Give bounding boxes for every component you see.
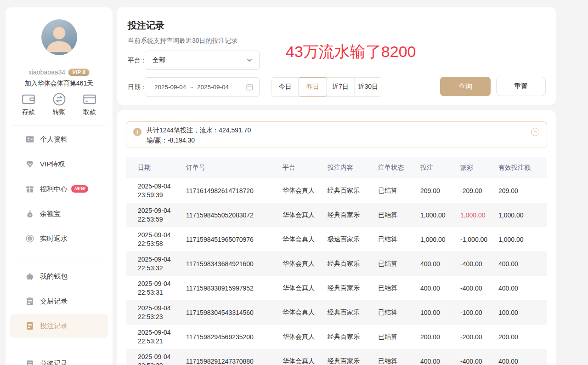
cell-date: 2025-09-0422:53:31 [126, 279, 186, 297]
reset-button[interactable]: 重置 [496, 77, 546, 96]
sidebar-item-rebate[interactable]: $ 实时返水 [6, 226, 113, 251]
cell-valid-bet: 400.00 [498, 358, 547, 365]
cell-order-no: 1171598294569235200 [186, 333, 283, 341]
range-30days-button[interactable]: 近30日 [355, 78, 382, 96]
date-start-value: 2025-09-04 [154, 84, 186, 91]
deposit-button[interactable]: 存款 [15, 92, 42, 116]
svg-text:$: $ [29, 237, 31, 240]
transfer-button[interactable]: 转账 [45, 92, 73, 116]
search-button[interactable]: 查询 [440, 77, 491, 96]
gift-icon [25, 184, 34, 194]
date-separator: ~ [190, 84, 193, 91]
sidebar-item-label: 实时返水 [40, 234, 68, 243]
cell-valid-bet: 1,000.00 [498, 236, 547, 243]
divider [12, 125, 106, 126]
avatar-placeholder-icon [41, 19, 77, 55]
sidebar-item-label: 兑奖记录 [40, 359, 68, 365]
calendar-icon[interactable] [246, 83, 254, 91]
username: xiaobaoaa34 [28, 68, 65, 76]
vip-badge: VIP 8 [68, 68, 90, 76]
bank-card-icon [76, 92, 103, 108]
sidebar-item-welfare[interactable]: 福利中心 NEW [6, 177, 113, 201]
sidebar-item-transactions[interactable]: 交易记录 [6, 289, 113, 314]
range-7days-button[interactable]: 近7日 [327, 78, 355, 96]
avatar [41, 19, 77, 55]
platform-select[interactable]: 全部 [145, 51, 260, 70]
collapse-icon[interactable]: − [531, 128, 539, 136]
sidebar-item-label: 我的钱包 [40, 272, 68, 281]
cell-bet-amount: 1,000.00 [420, 211, 460, 219]
sidebar-item-label: 交易记录 [40, 297, 68, 306]
bet-record-icon [25, 321, 34, 331]
summary-box: i 共计1244笔投注，流水：424,591.70 输/赢：-8,194.30 … [126, 121, 547, 148]
transaction-record-icon [25, 297, 34, 306]
cell-payout: 1,000.00 [460, 211, 498, 219]
cell-valid-bet: 100.00 [498, 309, 547, 316]
platform-label: 平台： [128, 51, 147, 70]
cell-order-no: 1171598338915997952 [186, 285, 283, 292]
cell-order-no: 1171598451965070976 [186, 236, 283, 243]
col-bet-content: 投注内容 [328, 164, 378, 172]
summary-line1: 共计1244笔投注，流水：424,591.70 [147, 126, 251, 135]
main-menu: 个人资料 VIP特权 福利中心 NEW ¥ 余额宝 $ 实时返水 [6, 127, 113, 251]
new-badge: NEW [71, 185, 88, 193]
divider [7, 345, 111, 345]
range-yesterday-button[interactable]: 昨日 [299, 78, 327, 96]
cell-order-no: 1171598343684921600 [186, 260, 283, 268]
cell-bet-content: 经典百家乐 [328, 333, 378, 341]
cell-status: 已结算 [378, 187, 420, 195]
cell-platform: 华体会真人 [283, 308, 328, 317]
cell-valid-bet: 200.00 [498, 333, 547, 341]
cell-bet-amount: 400.00 [420, 260, 460, 268]
cell-order-no: 1171598304543314560 [186, 309, 283, 316]
cell-payout: -1,000.00 [460, 236, 498, 243]
money-bag-icon: ¥ [25, 209, 34, 218]
date-end-value: 2025-09-04 [197, 84, 229, 91]
sidebar-item-wallet[interactable]: 我的钱包 [6, 264, 113, 289]
rebate-coin-icon: $ [25, 234, 34, 243]
sidebar-item-label: 个人资料 [40, 135, 68, 144]
transfer-icon [45, 92, 73, 108]
cell-payout: -400.00 [460, 358, 498, 365]
prize-record-icon [25, 359, 34, 365]
date-range-input[interactable]: 2025-09-04 ~ 2025-09-04 [145, 77, 260, 97]
id-card-icon [25, 135, 34, 144]
col-status: 注单状态 [378, 164, 420, 172]
sidebar-item-vip[interactable]: VIP特权 [6, 152, 113, 177]
sidebar-item-profile[interactable]: 个人资料 [6, 127, 113, 152]
join-days-text: 加入华体会体育第461天 [6, 80, 113, 88]
cell-date: 2025-09-0422:53:58 [126, 231, 186, 248]
summary-line2: 输/赢：-8,194.30 [147, 137, 195, 145]
page-subtitle: 当前系统支持查询最近30日的投注记录 [128, 37, 238, 45]
sidebar-item-prize-records[interactable]: 兑奖记录 [6, 351, 113, 365]
withdraw-button[interactable]: 取款 [76, 92, 103, 116]
sidebar: xiaobaoaa34VIP 8 加入华体会体育第461天 存款 转账 [6, 7, 113, 365]
sidebar-item-label: 投注记录 [40, 322, 68, 331]
cell-payout: -400.00 [460, 260, 498, 268]
cell-valid-bet: 1,000.00 [498, 211, 547, 219]
cell-status: 已结算 [378, 211, 420, 219]
range-today-button[interactable]: 今日 [271, 78, 299, 96]
sidebar-item-label: 余额宝 [40, 210, 61, 218]
col-bet-amount: 投注 [420, 164, 460, 172]
sidebar-item-bet-records[interactable]: 投注记录 [10, 314, 108, 338]
cell-status: 已结算 [378, 308, 420, 317]
table-row: 2025-09-0422:53:23 1171598304543314560 华… [126, 300, 547, 325]
cell-bet-amount: 209.00 [420, 187, 460, 194]
table-row: 2025-09-0422:53:59 1171598455052083072 华… [126, 203, 547, 227]
table-header: 日期 订单号 平台 投注内容 注单状态 投注 派彩 有效投注额 [126, 157, 547, 178]
vip-gem-icon [25, 160, 34, 169]
cell-bet-content: 经典百家乐 [328, 357, 378, 365]
cell-bet-amount: 100.00 [420, 309, 460, 316]
cell-status: 已结算 [378, 333, 420, 341]
user-row: xiaobaoaa34VIP 8 [6, 68, 113, 76]
table-row: 2025-09-0422:53:20 1171598291247370880 华… [126, 349, 547, 365]
sidebar-item-yuebao[interactable]: ¥ 余额宝 [6, 201, 113, 226]
quick-range-group: 今日 昨日 近7日 近30日 [271, 77, 382, 97]
cell-platform: 华体会真人 [283, 235, 328, 244]
col-platform: 平台 [283, 164, 328, 172]
cell-bet-amount: 400.00 [420, 285, 460, 292]
cell-date: 2025-09-0423:59:39 [126, 182, 186, 200]
cell-status: 已结算 [378, 284, 420, 292]
cell-bet-content: 经典百家乐 [328, 260, 378, 268]
